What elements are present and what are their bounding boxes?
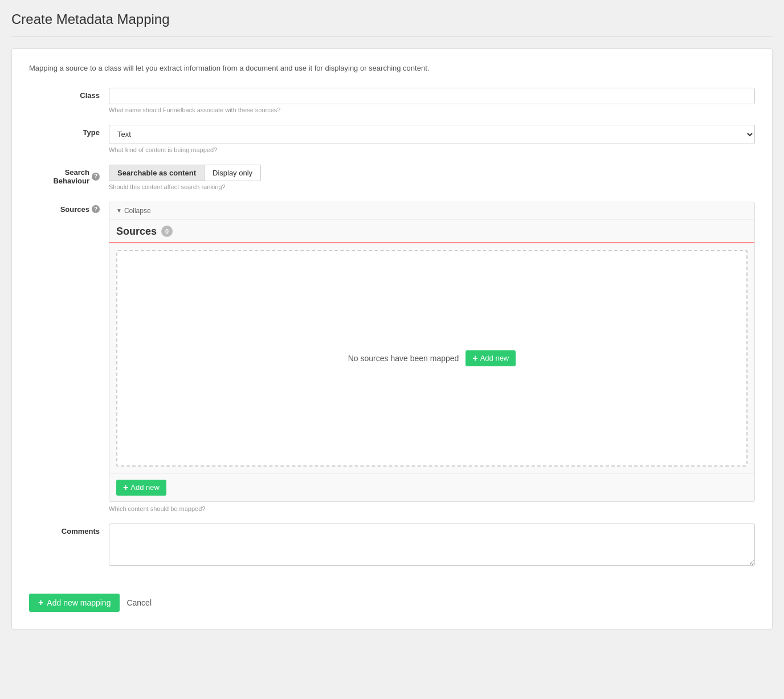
collapse-bar[interactable]: ▼ Collapse [109, 202, 754, 220]
no-sources-text: No sources have been mapped [348, 354, 459, 363]
sources-label: Sources ? [29, 202, 109, 214]
comments-field [109, 524, 755, 567]
class-input[interactable] [109, 88, 755, 104]
class-hint: What name should Funnelback associate wi… [109, 107, 755, 113]
add-new-footer-plus-icon: + [123, 483, 128, 492]
form-card: Mapping a source to a class will let you… [11, 48, 773, 629]
sources-title-text: Sources [116, 226, 157, 238]
sources-field: ▼ Collapse Sources 0 No sources have bee… [109, 202, 755, 512]
type-select[interactable]: Text Date Number URL [109, 125, 755, 144]
sources-title-row: Sources 0 [116, 226, 748, 238]
collapse-arrow-icon: ▼ [116, 207, 122, 214]
info-text: Mapping a source to a class will let you… [29, 63, 755, 74]
sources-header: Sources 0 [109, 220, 754, 243]
comments-label: Comments [29, 524, 109, 536]
type-label: Type [29, 125, 109, 137]
submit-label: Add new mapping [47, 598, 111, 607]
display-only-button[interactable]: Display only [205, 165, 261, 181]
form-actions: + Add new mapping Cancel [29, 584, 755, 612]
add-new-inline-button[interactable]: + Add new [466, 350, 516, 366]
add-new-footer-button[interactable]: + Add new [116, 480, 166, 496]
class-field: What name should Funnelback associate wi… [109, 88, 755, 113]
sources-hint: Which content should be mapped? [109, 505, 755, 512]
add-new-mapping-button[interactable]: + Add new mapping [29, 594, 120, 612]
class-label: Class [29, 88, 109, 100]
search-behaviour-row: Search Behaviour ? Searchable as content… [29, 165, 755, 190]
type-row: Type Text Date Number URL What kind of c… [29, 125, 755, 153]
sources-drop-zone: No sources have been mapped + Add new [116, 250, 748, 467]
sources-panel: ▼ Collapse Sources 0 No sources have bee… [109, 202, 755, 502]
add-new-inline-plus-icon: + [472, 354, 477, 363]
add-new-footer: + Add new [109, 473, 754, 501]
sources-count-badge: 0 [161, 226, 173, 237]
searchable-as-content-button[interactable]: Searchable as content [109, 165, 205, 181]
search-behaviour-field: Searchable as content Display only Shoul… [109, 165, 755, 190]
type-hint: What kind of content is being mapped? [109, 146, 755, 153]
page-wrapper: Create Metadata Mapping Mapping a source… [0, 0, 784, 699]
page-title: Create Metadata Mapping [11, 11, 773, 27]
submit-plus-icon: + [38, 598, 43, 607]
sources-help-icon[interactable]: ? [92, 205, 100, 213]
class-row: Class What name should Funnelback associ… [29, 88, 755, 113]
search-behaviour-btn-group: Searchable as content Display only [109, 165, 755, 181]
search-behaviour-help-icon[interactable]: ? [92, 173, 100, 181]
search-behaviour-hint: Should this content affect search rankin… [109, 183, 755, 190]
add-new-inline-label: Add new [480, 354, 509, 362]
cancel-button[interactable]: Cancel [126, 598, 152, 607]
sources-row: Sources ? ▼ Collapse Sources 0 [29, 202, 755, 512]
collapse-label: Collapse [124, 207, 151, 215]
comments-textarea[interactable] [109, 524, 755, 566]
comments-row: Comments [29, 524, 755, 567]
search-behaviour-label: Search Behaviour ? [29, 165, 109, 185]
type-field: Text Date Number URL What kind of conten… [109, 125, 755, 153]
add-new-footer-label: Add new [130, 483, 160, 492]
page-divider [11, 36, 773, 37]
